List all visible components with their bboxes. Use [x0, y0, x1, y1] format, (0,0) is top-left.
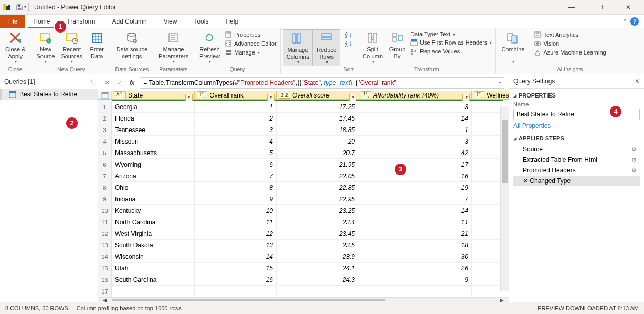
cell-score[interactable]: 23.9: [277, 251, 358, 262]
properties-button[interactable]: Properties: [223, 30, 278, 39]
cell-state[interactable]: West Virginia: [112, 228, 195, 239]
cell-score[interactable]: 23.5: [277, 240, 358, 251]
cell-state[interactable]: [112, 286, 195, 297]
cell-well[interactable]: [472, 182, 503, 193]
cell-aff[interactable]: 11: [358, 216, 472, 228]
cell-state[interactable]: Ohio: [112, 182, 195, 193]
gear-icon[interactable]: ⚙: [631, 146, 637, 153]
table-row[interactable]: 16 South Carolina 16 24.3 9: [98, 274, 509, 286]
applied-step[interactable]: ✕ Changed Type: [513, 176, 640, 186]
cell-well[interactable]: [472, 124, 503, 135]
table-row[interactable]: 3 Tennessee 3 18.85 1: [98, 124, 509, 136]
column-header-well[interactable]: 123Wellnes: [472, 91, 503, 99]
cell-score[interactable]: 21.95: [277, 159, 358, 170]
cell-aff[interactable]: 3: [358, 101, 472, 112]
close-settings-icon[interactable]: ✕: [635, 78, 640, 85]
recent-sources-button[interactable]: Recent Sources▾: [58, 29, 85, 65]
cell-aff[interactable]: 14: [358, 205, 472, 216]
cell-state[interactable]: Arizona: [112, 170, 195, 181]
tab-help[interactable]: Help: [217, 16, 247, 27]
advanced-editor-button[interactable]: Advanced Editor: [223, 39, 278, 48]
cell-well[interactable]: [472, 263, 503, 274]
formula-input[interactable]: = Table.TransformColumnTypes(#"Promoted …: [140, 77, 504, 89]
table-row[interactable]: 2 Florida 2 17.45 14: [98, 113, 509, 124]
cell-well[interactable]: [472, 274, 503, 285]
gear-icon[interactable]: ⚙: [631, 167, 637, 174]
cell-score[interactable]: 24.1: [277, 263, 358, 274]
cell-aff[interactable]: 16: [358, 170, 472, 181]
cell-aff[interactable]: [358, 286, 472, 297]
manage-button[interactable]: Manage▾: [223, 48, 278, 57]
manage-parameters-button[interactable]: Manage Parameters▾: [155, 29, 192, 65]
gear-icon[interactable]: ⚙: [631, 157, 637, 164]
table-row[interactable]: 4 Missouri 4 20 3: [98, 136, 509, 147]
cell-state[interactable]: Massachusetts: [112, 147, 195, 158]
cell-aff[interactable]: 17: [358, 159, 472, 170]
cell-rank[interactable]: 6: [195, 159, 277, 170]
vertical-scrollbar[interactable]: [500, 106, 509, 291]
cell-score[interactable]: [277, 286, 358, 297]
table-corner-button[interactable]: [98, 91, 112, 99]
combine-button[interactable]: Combine▾: [498, 29, 527, 65]
cell-well[interactable]: [472, 251, 503, 262]
cell-state[interactable]: Florida: [112, 113, 195, 124]
first-row-headers-button[interactable]: Use First Row as Headers▾: [409, 38, 493, 47]
cell-aff[interactable]: 42: [358, 147, 472, 158]
cell-rank[interactable]: 7: [195, 170, 277, 181]
cell-well[interactable]: [472, 159, 503, 170]
cell-well[interactable]: [472, 286, 503, 297]
cell-rank[interactable]: 9: [195, 193, 277, 204]
close-apply-button[interactable]: Close & Apply▾: [2, 29, 29, 65]
cell-score[interactable]: 20: [277, 136, 358, 147]
properties-section-header[interactable]: Properties: [513, 91, 640, 100]
column-header-aff[interactable]: 123Affordability rank (40%)▾: [358, 91, 472, 99]
table-row[interactable]: 13 South Dakota 13 23.5 18: [98, 240, 509, 251]
cell-rank[interactable]: 16: [195, 274, 277, 285]
cell-state[interactable]: Georgia: [112, 101, 195, 112]
cell-score[interactable]: 23.25: [277, 205, 358, 216]
applied-step[interactable]: Source⚙: [513, 144, 640, 155]
help-icon[interactable]: ?: [630, 17, 639, 26]
cell-well[interactable]: [472, 147, 503, 158]
cell-well[interactable]: [472, 240, 503, 251]
cell-state[interactable]: Tennessee: [112, 124, 195, 135]
refresh-preview-button[interactable]: Refresh Preview▾: [196, 29, 223, 65]
group-by-button[interactable]: Group By: [386, 29, 409, 60]
reduce-rows-button[interactable]: Reduce Rows▾: [313, 29, 340, 66]
cell-rank[interactable]: 3: [195, 124, 277, 135]
table-row[interactable]: 11 North Carolina 11 23.4 11: [98, 216, 509, 228]
replace-values-button[interactable]: 12Replace Values: [409, 47, 493, 56]
table-row[interactable]: 10 Kentucky 10 23.25 14: [98, 205, 509, 216]
cell-rank[interactable]: 15: [195, 263, 277, 274]
cell-rank[interactable]: 8: [195, 182, 277, 193]
formula-cancel-icon[interactable]: ✕: [102, 78, 112, 88]
cell-well[interactable]: [472, 101, 503, 112]
cell-aff[interactable]: 26: [358, 263, 472, 274]
cell-aff[interactable]: 3: [358, 136, 472, 147]
table-row[interactable]: 17: [98, 286, 509, 297]
fx-icon[interactable]: fx: [128, 78, 136, 88]
cell-well[interactable]: [472, 136, 503, 147]
cell-score[interactable]: 23.45: [277, 228, 358, 239]
cell-state[interactable]: South Carolina: [112, 274, 195, 285]
cell-score[interactable]: 24.3: [277, 274, 358, 285]
cell-state[interactable]: South Dakota: [112, 240, 195, 251]
table-row[interactable]: 5 Massachusetts 5 20.7 42: [98, 147, 509, 159]
cell-rank[interactable]: 2: [195, 113, 277, 124]
cell-rank[interactable]: 14: [195, 251, 277, 262]
table-row[interactable]: 14 Wisconsin 14 23.9 30: [98, 251, 509, 263]
vision-button[interactable]: Vision: [532, 39, 607, 48]
cell-aff[interactable]: 14: [358, 113, 472, 124]
cell-aff[interactable]: 30: [358, 251, 472, 262]
column-filter-icon[interactable]: ▾: [267, 94, 275, 101]
cell-state[interactable]: Utah: [112, 263, 195, 274]
cell-aff[interactable]: 7: [358, 193, 472, 204]
text-analytics-button[interactable]: Text Analytics: [532, 30, 607, 39]
cell-state[interactable]: North Carolina: [112, 216, 195, 228]
cell-aff[interactable]: 18: [358, 240, 472, 251]
formula-confirm-icon[interactable]: ✓: [115, 78, 124, 88]
cell-score[interactable]: 22.95: [277, 193, 358, 204]
cell-aff[interactable]: 1: [358, 124, 472, 135]
cell-well[interactable]: [472, 170, 503, 181]
cell-rank[interactable]: 13: [195, 240, 277, 251]
